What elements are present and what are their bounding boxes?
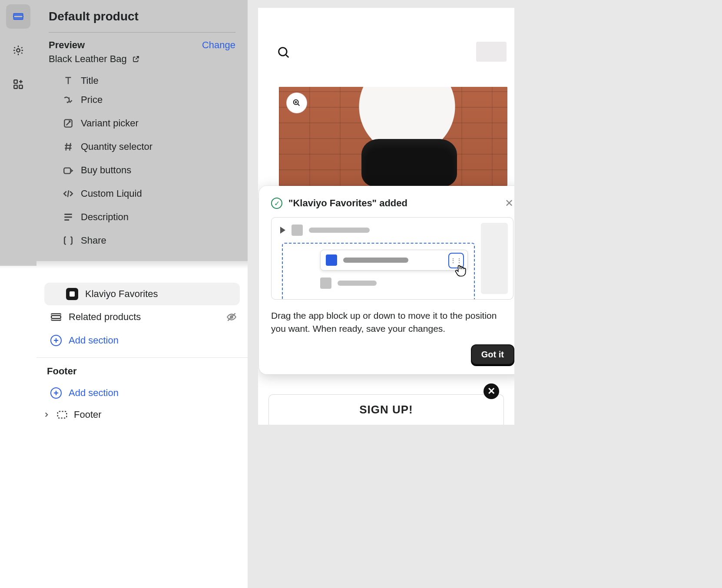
add-section-label: Add section (69, 335, 119, 346)
footer-group-heading: Footer (36, 366, 248, 381)
storefront-search-icon[interactable] (276, 45, 291, 60)
plus-icon: + (50, 335, 62, 346)
block-label: Klaviyo Favorites (85, 288, 158, 300)
sections-rail-button[interactable] (6, 4, 30, 29)
variant-icon (63, 118, 74, 129)
add-section-button[interactable]: + Add section (36, 329, 248, 352)
external-link-icon[interactable] (132, 55, 140, 63)
cursor-hand-icon (454, 263, 468, 278)
klaviyo-app-icon (66, 288, 78, 300)
product-image (279, 87, 507, 186)
block-variant-picker[interactable]: Variant picker (36, 112, 248, 135)
block-price[interactable]: Price (36, 88, 248, 112)
buy-icon (63, 165, 74, 176)
block-label: Description (81, 211, 129, 223)
block-label: Share (81, 235, 106, 246)
app-block-added-callout: ✓ "Klaviyo Favorites" added ✕ ⋮⋮ (259, 186, 514, 374)
block-list: Title Price Variant picker Quantity sele… (36, 73, 248, 261)
hash-icon (63, 141, 74, 152)
code-icon (63, 188, 74, 199)
svg-rect-0 (13, 15, 23, 18)
share-icon (63, 235, 74, 246)
sections-icon (13, 11, 24, 22)
gear-icon (12, 44, 24, 56)
page-title: Default product (49, 10, 235, 32)
section-label: Footer (74, 409, 102, 420)
chevron-right-icon (43, 411, 50, 419)
sidebar-panel: Default product Preview Change Black Lea… (36, 0, 248, 588)
settings-rail-button[interactable] (6, 38, 30, 63)
apps-icon (13, 79, 24, 90)
add-section-label: Add section (69, 387, 119, 399)
price-icon (63, 94, 74, 106)
preview-area: ✓ "Klaviyo Favorites" added ✕ ⋮⋮ (248, 0, 722, 588)
preview-canvas: ✓ "Klaviyo Favorites" added ✕ ⋮⋮ (258, 8, 514, 425)
image-zoom-button[interactable] (287, 93, 307, 113)
svg-rect-6 (64, 168, 70, 174)
section-related-products[interactable]: Related products (36, 305, 248, 329)
svg-rect-9 (58, 411, 67, 418)
section-icon (50, 311, 62, 323)
callout-close-button[interactable]: ✕ (505, 197, 513, 209)
storefront-logo (476, 42, 507, 62)
apps-rail-button[interactable] (6, 72, 30, 96)
zoom-in-icon (292, 98, 301, 108)
block-quantity-selector[interactable]: Quantity selector (36, 135, 248, 159)
callout-illustration: ⋮⋮ (271, 217, 513, 300)
svg-point-10 (279, 48, 287, 56)
preview-label: Preview (49, 40, 85, 51)
signup-banner-text: SIGN UP! (359, 403, 413, 416)
section-label: Related products (69, 311, 141, 323)
svg-rect-7 (51, 316, 61, 319)
description-icon (63, 211, 74, 223)
block-label: Price (81, 94, 103, 106)
illustration-dragged-block: ⋮⋮ (320, 250, 468, 271)
section-icon (56, 409, 68, 420)
plus-icon: + (50, 387, 62, 399)
hidden-icon[interactable] (226, 311, 237, 323)
block-title[interactable]: Title (36, 75, 99, 88)
block-description[interactable]: Description (36, 205, 248, 229)
expand-triangle-icon (280, 227, 285, 234)
block-label: Buy buttons (81, 165, 131, 176)
svg-point-1 (17, 49, 20, 52)
signup-close-button[interactable]: ✕ (484, 383, 499, 399)
svg-rect-3 (14, 85, 17, 89)
title-icon (63, 75, 74, 86)
block-label: Quantity selector (81, 141, 152, 152)
left-icon-rail (0, 0, 36, 266)
signup-banner[interactable]: ✕ SIGN UP! (268, 394, 504, 425)
block-custom-liquid[interactable]: Custom Liquid (36, 182, 248, 205)
callout-body: Drag the app block up or down to move it… (271, 309, 513, 336)
got-it-button[interactable]: Got it (472, 345, 513, 364)
block-share[interactable]: Share (36, 229, 248, 252)
block-label: Variant picker (81, 118, 139, 129)
callout-title: "Klaviyo Favorites" added (288, 198, 499, 209)
block-klaviyo-favorites[interactable]: Klaviyo Favorites (44, 283, 240, 305)
footer-add-section-button[interactable]: + Add section (36, 381, 248, 405)
section-footer[interactable]: Footer (36, 405, 248, 425)
block-label: Custom Liquid (81, 188, 142, 199)
svg-rect-2 (14, 80, 17, 83)
block-buy-buttons[interactable]: Buy buttons (36, 159, 248, 182)
change-preview-link[interactable]: Change (202, 40, 235, 51)
block-label: Title (81, 75, 99, 86)
svg-rect-4 (19, 85, 23, 89)
success-check-icon: ✓ (271, 198, 282, 209)
preview-product-name: Black Leather Bag (49, 53, 127, 65)
